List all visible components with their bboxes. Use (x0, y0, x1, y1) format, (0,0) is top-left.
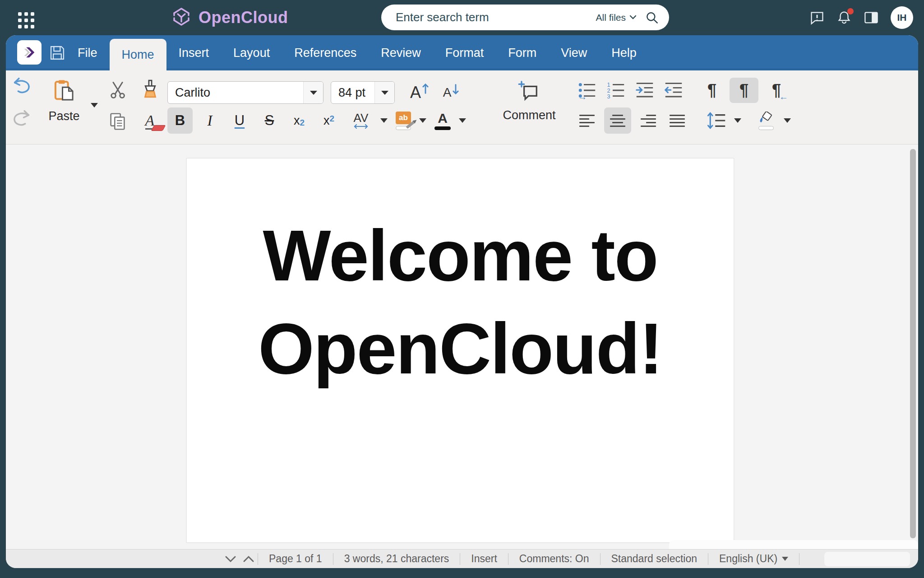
search-scope-label: All files (596, 12, 626, 23)
letter-spacing-caret[interactable] (380, 118, 388, 123)
italic-button[interactable]: I (197, 107, 222, 134)
ribbon-tab-bar: File Home Insert Layout References Revie… (6, 35, 918, 70)
font-size-combo[interactable]: 84 pt (331, 81, 395, 104)
subscript-button[interactable]: x2 (286, 107, 312, 134)
align-center-icon[interactable] (604, 107, 631, 134)
align-justify-icon[interactable] (665, 108, 689, 133)
highlight-color-button[interactable]: ab (392, 107, 415, 134)
numbered-list-icon[interactable]: 123 (604, 78, 628, 103)
tab-help[interactable]: Help (599, 35, 649, 70)
statusbar: Page 1 of 1 3 words, 21 characters Inser… (6, 549, 918, 568)
align-right-icon[interactable] (637, 108, 660, 133)
statusbar-divider (799, 553, 799, 565)
bold-button[interactable]: B (167, 107, 193, 134)
decrease-indent-icon[interactable] (662, 78, 685, 103)
comment-label: Comment (503, 108, 555, 122)
document-editor-panel: File Home Insert Layout References Revie… (6, 35, 918, 568)
clear-formatting-icon[interactable]: A (137, 108, 163, 134)
paragraph-ltr-icon[interactable]: ¶→ (730, 78, 758, 103)
avatar-initials: IH (897, 12, 907, 23)
show-paragraph-marks-icon[interactable]: ¶ (700, 78, 724, 103)
selection-mode[interactable]: Standard selection (611, 553, 698, 565)
document-text[interactable]: Welcome to OpenCloud! (187, 158, 734, 395)
comment-bubble-icon (517, 79, 541, 104)
underline-button[interactable]: U (227, 107, 252, 134)
svg-text:2: 2 (607, 88, 610, 94)
search-input[interactable] (396, 10, 596, 24)
statusbar-divider (708, 553, 708, 565)
document-canvas: Welcome to OpenCloud! (6, 144, 918, 549)
statusbar-divider (600, 553, 601, 565)
horizontal-scrollbar[interactable] (669, 540, 918, 549)
language-caret-icon (782, 557, 788, 561)
paragraph-rtl-icon[interactable]: ¶← (764, 78, 789, 103)
user-avatar[interactable]: IH (891, 6, 913, 29)
comment-button[interactable]: Comment (495, 79, 563, 122)
font-name-dropdown[interactable] (303, 82, 323, 103)
cut-icon[interactable] (106, 79, 130, 101)
horizontal-arrows-icon (353, 124, 369, 129)
shading-caret[interactable] (784, 118, 791, 123)
paste-dropdown-caret[interactable] (91, 103, 98, 107)
strikethrough-button[interactable]: S (257, 107, 282, 134)
shading-icon[interactable] (754, 107, 778, 134)
statusbar-divider (258, 553, 258, 565)
tab-layout[interactable]: Layout (221, 35, 282, 70)
feedback-icon[interactable] (809, 10, 825, 25)
tab-references[interactable]: References (282, 35, 369, 70)
previous-page-chevron-icon[interactable] (222, 551, 240, 567)
notifications-bell-icon[interactable] (836, 10, 852, 25)
document-page[interactable]: Welcome to OpenCloud! (186, 158, 734, 543)
sidebar-toggle-icon[interactable] (864, 10, 879, 25)
superscript-button[interactable]: x2 (316, 107, 342, 134)
shrink-font-button[interactable]: A (439, 80, 463, 105)
paste-button[interactable]: Paste (37, 79, 91, 123)
increase-indent-icon[interactable] (633, 78, 656, 103)
copy-icon[interactable] (105, 109, 130, 134)
tab-file[interactable]: File (65, 35, 110, 70)
next-page-chevron-icon[interactable] (240, 551, 258, 567)
language-selector[interactable]: English (UK) (719, 553, 788, 565)
tab-format[interactable]: Format (433, 35, 496, 70)
search-icon[interactable] (645, 10, 659, 25)
language-label: English (UK) (719, 553, 777, 565)
font-color-caret[interactable] (459, 118, 466, 123)
tab-view[interactable]: View (549, 35, 599, 70)
letter-spacing-button[interactable]: AV (346, 107, 376, 134)
search-scope-dropdown[interactable]: All files (596, 12, 637, 23)
font-name-value: Carlito (168, 86, 303, 100)
highlight-color-caret[interactable] (419, 118, 426, 123)
vertical-scrollbar[interactable] (910, 149, 916, 538)
comments-toggle[interactable]: Comments: On (519, 553, 589, 565)
topbar: OpenCloud All files IH (0, 0, 924, 35)
redo-icon[interactable] (10, 107, 33, 128)
tab-review[interactable]: Review (369, 35, 433, 70)
font-size-dropdown[interactable] (374, 82, 394, 103)
page-indicator[interactable]: Page 1 of 1 (269, 553, 322, 565)
tab-insert[interactable]: Insert (166, 35, 222, 70)
brand[interactable]: OpenCloud (171, 6, 288, 29)
grow-font-button[interactable]: A (407, 80, 433, 105)
tab-home[interactable]: Home (110, 39, 166, 70)
font-color-button[interactable]: A (431, 107, 454, 134)
line-spacing-icon[interactable] (704, 107, 729, 134)
insert-mode[interactable]: Insert (471, 553, 497, 565)
editor-app-logo[interactable] (17, 40, 42, 65)
paste-clipboard-icon (52, 79, 76, 105)
word-count[interactable]: 3 words, 21 characters (344, 553, 449, 565)
line-spacing-caret[interactable] (734, 118, 741, 123)
tab-form[interactable]: Form (496, 35, 549, 70)
statusbar-divider (333, 553, 333, 565)
brand-title: OpenCloud (199, 8, 288, 27)
statusbar-divider (460, 553, 460, 565)
save-icon[interactable] (49, 44, 66, 61)
app-switcher-grid-icon[interactable] (18, 12, 36, 30)
align-left-icon[interactable] (575, 108, 599, 133)
search-bar[interactable]: All files (381, 5, 669, 30)
svg-text:1: 1 (607, 82, 610, 88)
statusbar-divider (508, 553, 508, 565)
statusbar-right-panel (824, 552, 910, 566)
font-name-combo[interactable]: Carlito (167, 81, 323, 104)
format-painter-icon[interactable] (138, 78, 163, 101)
undo-icon[interactable] (10, 75, 33, 96)
